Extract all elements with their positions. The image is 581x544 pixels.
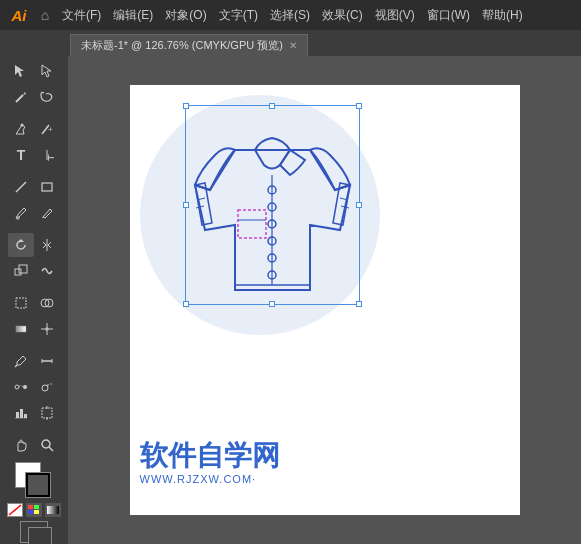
tool-row-4: T T <box>0 142 68 168</box>
tool-row-13 <box>0 400 68 426</box>
svg-point-10 <box>16 216 20 220</box>
lasso-tool[interactable] <box>34 85 60 109</box>
free-transform-tool[interactable] <box>8 291 34 315</box>
type-vertical-tool[interactable]: T <box>34 143 60 167</box>
tab-bar: 未标题-1* @ 126.76% (CMYK/GPU 预览) ✕ <box>0 30 581 56</box>
reflect-tool[interactable] <box>34 233 60 257</box>
menu-select[interactable]: 选择(S) <box>264 0 316 30</box>
svg-line-22 <box>15 365 17 367</box>
menu-effect[interactable]: 效果(C) <box>316 0 369 30</box>
svg-line-8 <box>16 182 26 192</box>
hand-tool[interactable] <box>8 433 34 457</box>
menu-window[interactable]: 窗口(W) <box>421 0 476 30</box>
svg-rect-45 <box>47 506 59 514</box>
stroke-color[interactable] <box>25 472 51 498</box>
svg-rect-42 <box>34 505 39 509</box>
svg-text:+: + <box>48 125 53 134</box>
svg-rect-18 <box>16 326 26 332</box>
svg-rect-31 <box>16 412 19 418</box>
zoom-tool[interactable] <box>34 433 60 457</box>
tool-row-6 <box>0 200 68 226</box>
shape-builder-tool[interactable] <box>34 291 60 315</box>
svg-point-28 <box>42 385 48 391</box>
svg-line-2 <box>16 95 23 102</box>
svg-rect-43 <box>28 510 33 514</box>
svg-point-30 <box>50 383 52 385</box>
tool-row-11 <box>0 348 68 374</box>
document-tab[interactable]: 未标题-1* @ 126.76% (CMYK/GPU 预览) ✕ <box>70 34 308 56</box>
canvas-area[interactable]: 软件自学网 WWW.RJZXW.COM· <box>68 56 581 544</box>
ai-logo: Ai <box>4 1 34 29</box>
svg-point-29 <box>47 384 49 386</box>
add-anchor-tool[interactable]: + <box>34 117 60 141</box>
none-fill-icon[interactable] <box>7 503 23 517</box>
svg-point-4 <box>21 124 24 127</box>
color-icon[interactable] <box>26 503 42 517</box>
tool-row-8 <box>0 258 68 284</box>
tool-row-1 <box>0 58 68 84</box>
eyedropper-tool[interactable] <box>8 349 34 373</box>
rotate-tool[interactable] <box>8 233 34 257</box>
pen-tool[interactable] <box>8 117 34 141</box>
tool-row-10 <box>0 316 68 342</box>
svg-rect-33 <box>24 414 27 418</box>
svg-marker-3 <box>23 92 26 95</box>
svg-rect-53 <box>238 210 266 238</box>
watermark: 软件自学网 WWW.RJZXW.COM· <box>140 439 280 485</box>
column-graph-tool[interactable] <box>8 401 34 425</box>
tool-row-3: + <box>0 116 68 142</box>
artboard: 软件自学网 WWW.RJZXW.COM· <box>130 85 520 515</box>
svg-line-40 <box>9 505 21 515</box>
tool-row-5 <box>0 174 68 200</box>
artboard-tool[interactable] <box>34 401 60 425</box>
menu-view[interactable]: 视图(V) <box>369 0 421 30</box>
paintbrush-tool[interactable] <box>8 201 34 225</box>
tool-row-7 <box>0 232 68 258</box>
scale-tool[interactable] <box>8 259 34 283</box>
svg-rect-35 <box>42 408 52 418</box>
menu-file[interactable]: 文件(F) <box>56 0 107 30</box>
svg-rect-9 <box>42 183 52 191</box>
svg-marker-0 <box>15 65 24 77</box>
blend-tool[interactable] <box>8 375 34 399</box>
shirt-illustration <box>180 100 365 310</box>
menu-object[interactable]: 对象(O) <box>159 0 212 30</box>
tab-label: 未标题-1* @ 126.76% (CMYK/GPU 预览) <box>81 38 283 53</box>
main-layout: + T T <box>0 56 581 544</box>
svg-point-21 <box>45 327 49 331</box>
mesh-tool[interactable] <box>34 317 60 341</box>
line-tool[interactable] <box>8 175 34 199</box>
menu-edit[interactable]: 编辑(E) <box>107 0 159 30</box>
watermark-main-text: 软件自学网 <box>140 439 280 473</box>
pencil-tool[interactable] <box>34 201 60 225</box>
tool-row-9 <box>0 290 68 316</box>
svg-line-39 <box>49 447 53 451</box>
svg-rect-32 <box>20 409 23 418</box>
svg-rect-41 <box>28 505 33 509</box>
menu-bar: 文件(F) 编辑(E) 对象(O) 文字(T) 选择(S) 效果(C) 视图(V… <box>56 0 577 30</box>
selection-tool[interactable] <box>8 59 34 83</box>
tab-close-button[interactable]: ✕ <box>289 40 297 51</box>
svg-point-27 <box>23 385 27 389</box>
gradient-tool[interactable] <box>8 317 34 341</box>
menu-help[interactable]: 帮助(H) <box>476 0 529 30</box>
svg-rect-44 <box>34 510 39 514</box>
gradient-icon[interactable] <box>45 503 61 517</box>
type-tool[interactable]: T <box>8 143 34 167</box>
warp-tool[interactable] <box>34 259 60 283</box>
rectangle-tool[interactable] <box>34 175 60 199</box>
symbol-sprayer-tool[interactable] <box>34 375 60 399</box>
measure-tool[interactable] <box>34 349 60 373</box>
extra-color-icons <box>6 503 62 517</box>
direct-selection-tool[interactable] <box>34 59 60 83</box>
svg-point-26 <box>15 385 19 389</box>
svg-marker-1 <box>42 65 51 77</box>
svg-point-38 <box>42 440 50 448</box>
menu-type[interactable]: 文字(T) <box>213 0 264 30</box>
tool-row-14 <box>0 432 68 458</box>
magic-wand-tool[interactable] <box>8 85 34 109</box>
svg-rect-15 <box>16 298 26 308</box>
drawing-mode-icon[interactable] <box>6 521 62 543</box>
home-button[interactable]: ⌂ <box>34 4 56 26</box>
svg-rect-13 <box>15 269 21 275</box>
